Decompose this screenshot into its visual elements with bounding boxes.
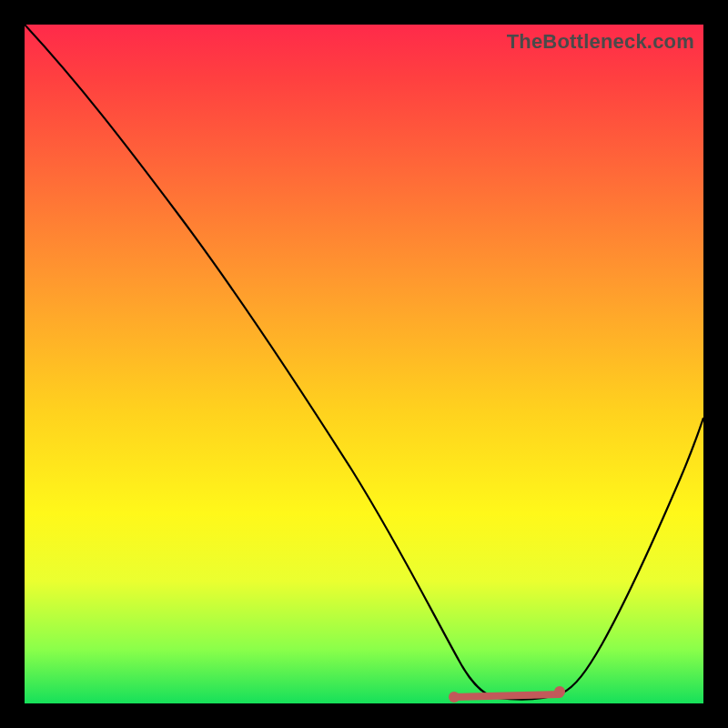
curve-layer [25, 25, 703, 703]
optimal-end-dot [554, 686, 565, 697]
plot-area: TheBottleneck.com [25, 25, 703, 703]
optimal-range-bar [454, 694, 560, 697]
bottleneck-curve [25, 25, 703, 700]
optimal-start-dot [449, 692, 460, 703]
chart-container: TheBottleneck.com [0, 0, 728, 728]
